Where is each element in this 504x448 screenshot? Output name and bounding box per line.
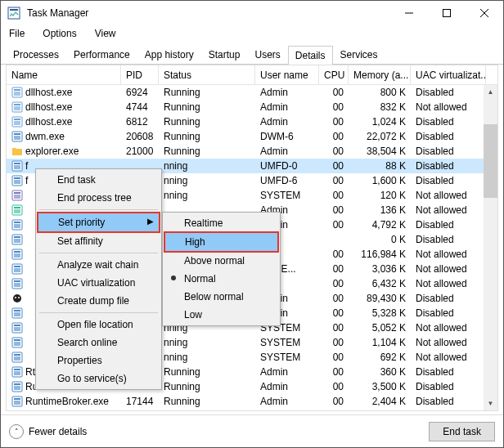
cell-cpu: 00 <box>319 217 349 232</box>
tab-processes[interactable]: Processes <box>6 45 66 64</box>
priority-normal[interactable]: Normal <box>164 270 278 288</box>
svg-rect-67 <box>14 398 20 400</box>
cell-uac: Disabled <box>411 173 486 188</box>
col-mem[interactable]: Memory (a... <box>349 65 411 84</box>
process-icon <box>11 396 23 407</box>
cell-cpu: 00 <box>319 262 349 276</box>
column-header-row: Name PID Status User name CPU Memory (a.… <box>7 65 497 85</box>
process-icon <box>11 131 23 142</box>
cell-mem: 4,792 K <box>349 217 411 232</box>
vertical-scrollbar[interactable]: ▲ ▼ <box>484 85 497 410</box>
col-status[interactable]: Status <box>159 65 255 84</box>
ctx-separator <box>39 209 158 210</box>
ctx-search-online[interactable]: Search online <box>38 334 160 352</box>
fewer-details-button[interactable]: ˄ Fewer details <box>9 424 429 439</box>
close-button[interactable] <box>466 1 503 25</box>
ctx-set-priority[interactable]: Set priority▶ <box>38 213 159 231</box>
priority-realtime[interactable]: Realtime <box>164 214 278 232</box>
tab-details[interactable]: Details <box>288 46 333 65</box>
cell-user: Admin <box>255 394 319 409</box>
radio-selected-icon <box>171 276 176 280</box>
scroll-up-icon[interactable]: ▲ <box>484 85 497 99</box>
scroll-thumb[interactable] <box>484 124 497 198</box>
svg-rect-25 <box>14 192 20 194</box>
cell-status: nning <box>159 173 255 188</box>
tabs: Processes Performance App history Startu… <box>1 42 503 65</box>
cell-cpu: 00 <box>319 379 349 394</box>
cell-mem: 120 K <box>349 188 411 203</box>
cell-mem: 6,432 K <box>349 276 411 291</box>
tab-apphistory[interactable]: App history <box>137 45 201 64</box>
tab-users[interactable]: Users <box>247 45 287 64</box>
titlebar: Task Manager <box>1 1 503 25</box>
priority-above-normal[interactable]: Above normal <box>164 252 278 270</box>
svg-rect-31 <box>14 222 20 223</box>
minimize-button[interactable] <box>390 1 428 25</box>
ctx-goto-services[interactable]: Go to service(s) <box>38 370 160 388</box>
ctx-end-task[interactable]: End task <box>38 171 160 189</box>
tab-startup[interactable]: Startup <box>201 45 248 64</box>
ctx-end-tree[interactable]: End process tree <box>38 189 160 207</box>
process-icon <box>11 249 23 260</box>
cell-pid <box>121 164 159 168</box>
process-icon <box>11 366 23 378</box>
cell-uac: Not allowed <box>411 247 486 262</box>
cell-uac: Disabled <box>411 306 486 320</box>
cell-uac: Disabled <box>411 379 486 394</box>
col-user[interactable]: User name <box>255 65 319 84</box>
cell-name: dllhost.exe <box>25 87 72 98</box>
cell-mem: 832 K <box>349 100 411 114</box>
priority-below-normal[interactable]: Below normal <box>164 288 278 306</box>
ctx-analyze[interactable]: Analyze wait chain <box>38 256 160 274</box>
ctx-properties[interactable]: Properties <box>38 352 160 370</box>
svg-rect-20 <box>14 165 20 169</box>
table-row[interactable]: dwm.exe20608RunningDWM-60022,072 KDisabl… <box>7 129 497 144</box>
cell-uac: Disabled <box>411 291 486 306</box>
menu-file[interactable]: File <box>6 26 28 41</box>
svg-rect-32 <box>14 224 20 228</box>
cell-pid: 21000 <box>121 144 159 159</box>
cell-name: RuntimeBroker.exe <box>25 410 109 411</box>
cell-user: UMFD-6 <box>255 173 319 188</box>
svg-rect-37 <box>14 251 20 253</box>
cell-cpu: 00 <box>319 129 349 144</box>
cell-user: Admin <box>255 100 319 114</box>
priority-high[interactable]: High <box>165 233 277 251</box>
table-row[interactable]: dllhost.exe6924RunningAdmin00800 KDisabl… <box>7 85 497 100</box>
ctx-set-affinity[interactable]: Set affinity <box>38 232 160 250</box>
col-uac[interactable]: UAC virtualizat... <box>411 65 486 84</box>
process-icon <box>11 234 23 245</box>
svg-rect-8 <box>14 92 20 96</box>
cell-status: Running <box>159 85 255 100</box>
table-row[interactable]: RuntimeBroker.exe17144RunningAdmin002,40… <box>7 394 497 409</box>
tab-services[interactable]: Services <box>333 45 385 64</box>
maximize-button[interactable] <box>428 1 466 25</box>
cell-uac: Disabled <box>411 114 486 129</box>
menu-view[interactable]: View <box>92 26 119 41</box>
cell-name: dllhost.exe <box>25 101 72 113</box>
table-row[interactable]: RuntimeBroker.exe5804RunningAdmin00804 K… <box>7 409 497 411</box>
tab-performance[interactable]: Performance <box>66 45 137 64</box>
process-icon <box>11 204 23 216</box>
svg-rect-11 <box>14 106 20 110</box>
chevron-up-icon: ˄ <box>9 424 24 439</box>
menu-options[interactable]: Options <box>39 26 79 41</box>
scroll-down-icon[interactable]: ▼ <box>484 396 497 410</box>
col-name[interactable]: Name <box>7 65 121 84</box>
cell-uac: Disabled <box>411 409 486 411</box>
end-task-button[interactable]: End task <box>429 422 495 441</box>
ctx-dump[interactable]: Create dump file <box>38 292 160 310</box>
process-icon <box>11 263 23 275</box>
ctx-open-location[interactable]: Open file location <box>38 316 160 334</box>
table-row[interactable]: dllhost.exe6812RunningAdmin001,024 KDisa… <box>7 114 497 129</box>
col-pid[interactable]: PID <box>121 65 159 84</box>
cell-cpu: 00 <box>319 203 349 217</box>
svg-rect-56 <box>14 342 20 346</box>
table-row[interactable]: explorer.exe21000RunningAdmin0038,504 KD… <box>7 144 497 159</box>
table-row[interactable]: dllhost.exe4744RunningAdmin00832 KNot al… <box>7 100 497 114</box>
priority-low[interactable]: Low <box>164 306 278 324</box>
cell-status: Running <box>159 129 255 144</box>
ctx-uac-virt[interactable]: UAC virtualization <box>38 274 160 292</box>
svg-rect-44 <box>14 283 20 287</box>
col-cpu[interactable]: CPU <box>319 65 349 84</box>
